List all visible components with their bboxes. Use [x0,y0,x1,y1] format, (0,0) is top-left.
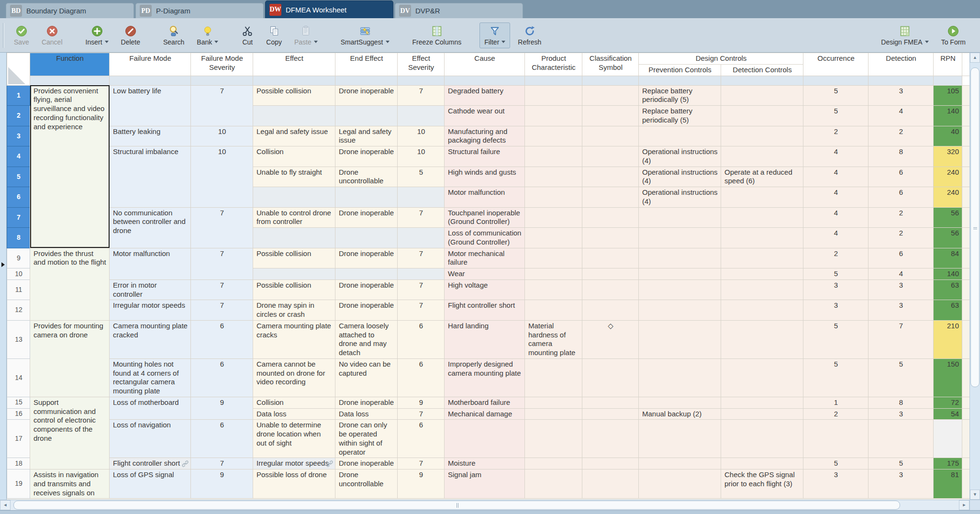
cell-eff[interactable]: Possible collision [253,279,335,300]
cell-dctl[interactable] [721,358,803,397]
cell-pchar[interactable] [525,106,582,126]
cell-occ[interactable]: 5 [803,358,869,397]
cell-endeff[interactable]: Drone uncontrollable [335,469,398,499]
cell-pchar[interactable] [525,408,582,420]
cell-prev[interactable] [639,300,721,321]
cell-prev[interactable] [639,248,721,268]
cell-eff[interactable]: Unable to fly straight [253,167,335,187]
column-header-detection[interactable]: Detection [869,53,934,76]
cell-pchar[interactable] [525,279,582,300]
cell-eff[interactable]: Possible loss of drone [253,469,335,499]
cell-endeff[interactable]: Camera loosely attached to drone and may… [335,320,398,358]
row-header[interactable]: 16 [7,408,30,420]
cell-eff[interactable]: Possible collision [253,85,335,106]
cell-effsev[interactable]: 6 [398,320,445,358]
row-header[interactable]: 9 [7,248,30,268]
cell-csym[interactable] [582,300,639,321]
cell-pchar[interactable] [525,420,582,458]
cell-prev[interactable]: Replace battery periodically (5) [639,106,721,126]
cell-effsev[interactable]: 10 [398,126,445,146]
cell-pchar[interactable] [525,458,582,469]
cell-det[interactable]: 3 [869,279,934,300]
filter-cell-failure-mode-severity[interactable] [191,76,253,85]
cell-cause[interactable]: Hard landing [445,320,525,358]
cell-csym[interactable] [582,408,639,420]
cell-det[interactable]: 5 [869,458,934,469]
cell-dctl[interactable] [721,458,803,469]
cell-effsev[interactable]: 5 [398,167,445,187]
cell-fm[interactable]: No communication between controller and … [110,207,191,248]
refresh-button[interactable]: Refresh [513,22,546,48]
cell-dctl[interactable] [721,300,803,321]
vertical-scrollbar[interactable]: ▲ ▼ [969,53,980,500]
cell-pchar[interactable]: Material hardness of camera mounting pla… [525,320,582,358]
row-header[interactable]: 2 [7,106,30,126]
cell-det[interactable]: 6 [869,167,934,187]
cell-det[interactable]: 2 [869,207,934,228]
cell-cause[interactable]: Loss of communication (Ground Controller… [445,228,525,248]
filter-cell-function[interactable] [30,76,110,85]
cell-effsev[interactable]: 9 [398,469,445,499]
cell-rpn[interactable]: 63 [934,300,962,321]
cell-pchar[interactable] [525,126,582,146]
cell-dctl[interactable] [721,228,803,248]
cell-rpn[interactable]: 81 [934,469,962,499]
cell-fmsev[interactable]: 6 [191,320,253,358]
paste-button[interactable]: Paste [290,22,323,48]
cell-occ[interactable]: 2 [803,248,869,268]
cell-endeff[interactable]: Drone inoperable [335,85,398,106]
cell-prev[interactable] [639,469,721,499]
cell-dctl[interactable] [721,320,803,358]
cell-occ[interactable]: 5 [803,268,869,280]
smartsuggest-button[interactable]: SmartSuggest [336,22,394,48]
cell-eff[interactable]: Collision [253,397,335,408]
cell-csym[interactable]: ◇ [582,320,639,358]
scroll-right-button[interactable]: ► [959,500,969,510]
cell-effsev[interactable]: 7 [398,207,445,228]
cell-csym[interactable] [582,268,639,280]
cell-endeff[interactable] [335,228,398,248]
cell-occ[interactable]: 4 [803,207,869,228]
cell-cause[interactable]: Cathode wear out [445,106,525,126]
cell-eff[interactable] [253,106,335,126]
cell-cause[interactable]: Signal jam [445,469,525,499]
cell-prev[interactable]: Operational instructions (4) [639,167,721,187]
cell-effsev[interactable]: 7 [398,248,445,268]
cell-csym[interactable] [582,420,639,458]
cut-button[interactable]: Cut [236,22,258,48]
cell-det[interactable]: 8 [869,146,934,167]
cell-eff[interactable]: Drone may spin in circles or crash [253,300,335,321]
filter-cell-occurrence[interactable] [803,76,869,85]
cell-dctl[interactable] [721,187,803,208]
cell-prev[interactable] [639,458,721,469]
column-header-failure-mode[interactable]: Failure Mode [110,53,191,76]
cell-fm[interactable]: Low battery life [110,85,191,126]
filter-cell-effect-severity[interactable] [398,76,445,85]
cell-eff[interactable] [253,228,335,248]
cell-effsev[interactable]: 7 [398,85,445,106]
cell-endeff[interactable] [335,187,398,208]
cell-prev[interactable] [639,268,721,280]
cell-det[interactable]: 4 [869,106,934,126]
cell-dctl[interactable] [721,397,803,408]
row-header[interactable]: 5 [7,167,30,187]
filter-cell-product-characteristic[interactable] [525,76,582,85]
tab-boundary-diagram[interactable]: BD Boundary Diagram [6,3,134,18]
cell-fmsev[interactable]: 7 [191,458,253,469]
filter-cell-cause[interactable] [445,76,525,85]
cell-effsev[interactable]: 7 [398,458,445,469]
cell-csym[interactable] [582,167,639,187]
row-header[interactable]: 8 [7,228,30,248]
cell-endeff[interactable]: Drone inoperable [335,207,398,228]
cell-pchar[interactable] [525,167,582,187]
cell-occ[interactable]: 3 [803,469,869,499]
cell-fmsev[interactable]: 7 [191,300,253,321]
cell-effsev[interactable] [398,106,445,126]
column-header-detection-controls[interactable]: Detection Controls [721,64,803,76]
cell-occ[interactable]: 2 [803,408,869,420]
cell-cause[interactable]: Motherboard failure [445,397,525,408]
cell-csym[interactable] [582,106,639,126]
cell-prev[interactable]: Replace battery periodically (5) [639,85,721,106]
cell-endeff[interactable]: Drone inoperable [335,279,398,300]
cell-fm[interactable]: Loss of motherboard [110,397,191,420]
